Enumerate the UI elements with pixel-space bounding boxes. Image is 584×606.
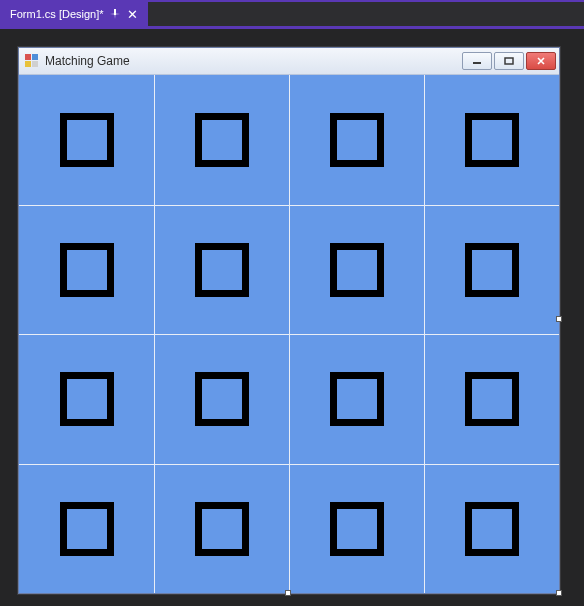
resize-handle-right[interactable] (556, 316, 562, 322)
card-cell[interactable] (19, 205, 154, 335)
card-cell[interactable] (19, 75, 154, 205)
card-square-glyph (60, 113, 114, 167)
form-client-area (19, 75, 559, 593)
card-square-glyph (195, 243, 249, 297)
card-cell[interactable] (424, 205, 559, 335)
card-cell[interactable] (19, 334, 154, 464)
card-square-glyph (330, 113, 384, 167)
card-cell[interactable] (424, 464, 559, 594)
svg-rect-2 (32, 54, 38, 60)
card-cell[interactable] (19, 464, 154, 594)
card-square-glyph (465, 372, 519, 426)
card-cell[interactable] (289, 75, 424, 205)
card-square-glyph (330, 372, 384, 426)
maximize-button[interactable] (494, 52, 524, 70)
svg-rect-1 (25, 54, 31, 60)
card-square-glyph (465, 502, 519, 556)
tab-label: Form1.cs [Design]* (10, 8, 104, 20)
close-button[interactable] (526, 52, 556, 70)
card-cell[interactable] (424, 334, 559, 464)
window-title: Matching Game (45, 54, 456, 68)
card-cell[interactable] (289, 334, 424, 464)
document-tab-form1[interactable]: Form1.cs [Design]* ✕ (0, 2, 148, 26)
resize-handle-corner[interactable] (556, 590, 562, 596)
card-cell[interactable] (154, 464, 289, 594)
window-buttons (462, 52, 556, 70)
close-icon[interactable]: ✕ (126, 7, 140, 21)
pin-icon[interactable] (110, 9, 120, 19)
card-square-glyph (195, 113, 249, 167)
card-cell[interactable] (154, 75, 289, 205)
card-square-glyph (60, 502, 114, 556)
titlebar: Matching Game (19, 48, 559, 75)
card-cell[interactable] (289, 464, 424, 594)
card-square-glyph (60, 243, 114, 297)
svg-rect-4 (32, 61, 38, 67)
svg-rect-6 (505, 58, 513, 64)
card-cell[interactable] (154, 334, 289, 464)
card-grid (19, 75, 559, 593)
app-icon (25, 54, 39, 68)
card-square-glyph (465, 113, 519, 167)
svg-rect-3 (25, 61, 31, 67)
card-square-glyph (330, 243, 384, 297)
card-square-glyph (195, 502, 249, 556)
minimize-button[interactable] (462, 52, 492, 70)
svg-rect-5 (473, 62, 481, 64)
card-cell[interactable] (289, 205, 424, 335)
document-tab-strip: Form1.cs [Design]* ✕ (0, 0, 584, 26)
card-square-glyph (60, 372, 114, 426)
design-surface[interactable]: Matching Game (0, 29, 584, 606)
card-cell[interactable] (424, 75, 559, 205)
card-square-glyph (330, 502, 384, 556)
card-square-glyph (195, 372, 249, 426)
form-window[interactable]: Matching Game (18, 47, 560, 594)
card-square-glyph (465, 243, 519, 297)
resize-handle-bottom[interactable] (285, 590, 291, 596)
card-cell[interactable] (154, 205, 289, 335)
svg-rect-0 (114, 9, 116, 15)
